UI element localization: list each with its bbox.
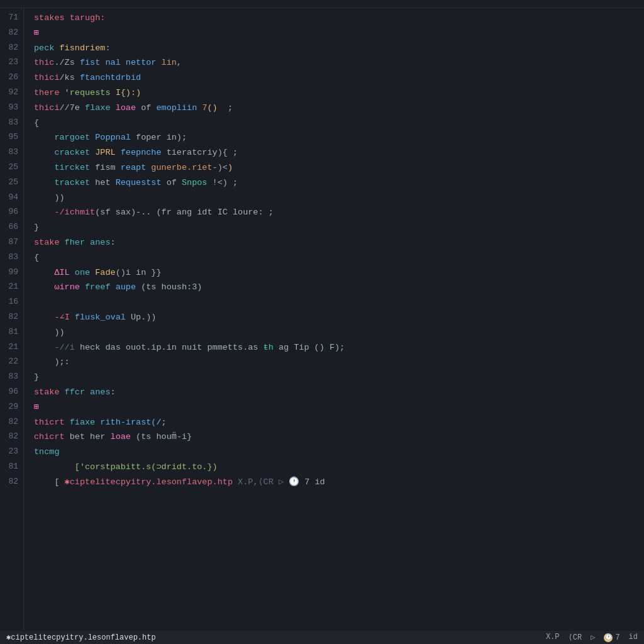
code-segment: bet her — [70, 432, 111, 441]
code-segment: thicrt — [34, 418, 70, 427]
code-segment: /ks — [60, 73, 80, 82]
code-segment: Up.)) — [131, 313, 157, 322]
line-number: 23 — [5, 55, 18, 70]
code-segment: I{):) — [116, 88, 142, 97]
code-segment: Poppnal — [95, 133, 136, 142]
status-file: ✱ciptelitecpyitry.lesonflavep.htp — [6, 633, 156, 642]
code-line: chicrt bet her loae (ts houm̈-i} — [34, 430, 644, 445]
code-line: stake ffcr anes: — [34, 385, 644, 400]
code-segment: stakes tarugh: — [34, 13, 105, 23]
code-line: stakes tarugh: — [34, 11, 644, 26]
line-number: 25 — [5, 175, 18, 191]
code-line: } — [34, 370, 644, 385]
code-segment: ftanchtdrbid — [80, 73, 141, 82]
code-segment: tracket — [34, 178, 95, 187]
code-segment: fiaxe — [70, 418, 101, 427]
code-segment: of — [167, 178, 182, 187]
code-line: ⊞ — [34, 26, 644, 41]
code-line: } — [34, 220, 644, 235]
code-line: { — [34, 116, 644, 131]
code-segment: ['corstpabitt.s(⊃dridt.to.}) — [75, 462, 218, 472]
code-segment: } — [34, 372, 39, 382]
code-line — [34, 295, 644, 310]
status-bar: ✱ciptelitecpyitry.lesonflavep.htp X.P ⟨C… — [0, 630, 644, 644]
code-segment: Fade — [95, 268, 115, 277]
line-number: 25 — [5, 160, 18, 175]
code-segment: /; — [156, 418, 166, 427]
code-segment: (sf sax)-.. (fr ang idt IC loure: ; — [95, 208, 274, 217]
code-line: ΔIL one Fade()i in }} — [34, 265, 644, 280]
code-segment: emopliin — [156, 103, 202, 113]
code-segment: : — [105, 43, 110, 53]
code-line: rargoet Poppnal foper in); — [34, 130, 644, 145]
code-segment — [34, 313, 54, 322]
code-segment — [34, 268, 54, 277]
code-segment: ./Zs — [54, 58, 80, 67]
code-segment: fher anes — [65, 238, 111, 247]
code-segment: stake — [34, 387, 65, 397]
code-line: there 'requests I{):) — [34, 86, 644, 101]
code-segment: -) — [213, 163, 223, 172]
code-segment: -/ichmit — [54, 208, 95, 217]
code-segment: cracket — [34, 148, 95, 157]
clock-icon: 🕐 — [604, 633, 613, 642]
editor-container: 7182822326929383958325259496668783992116… — [0, 0, 644, 644]
code-segment: , — [177, 58, 182, 67]
code-segment: ⊞ — [34, 28, 39, 38]
code-segment: rargoet — [34, 133, 95, 142]
code-segment: foper in — [136, 133, 177, 142]
code-segment: fist nal nettor — [80, 58, 162, 67]
code-segment: ){ ; — [218, 148, 238, 157]
code-segment: ); — [34, 357, 65, 367]
code-segment: Snpos — [182, 178, 213, 187]
line-number: 22 — [5, 355, 18, 370]
code-segment — [34, 343, 54, 352]
status-clock-num: 7 — [615, 633, 619, 642]
code-segment: thic — [34, 58, 54, 67]
code-segment: stake — [34, 238, 65, 247]
code-segment: : — [111, 238, 116, 247]
code-segment: ✱ciptelitecpyitry.lesonflavep.htp — [65, 477, 233, 487]
code-segment: rith-irast( — [100, 418, 156, 427]
code-line: );: — [34, 355, 644, 370]
line-number: 81 — [5, 460, 18, 475]
code-segment: heck das ouot.ip.in nuit pmmetts.as — [80, 343, 264, 352]
line-number: 96 — [5, 205, 18, 220]
code-line: -/ichmit(sf sax)-.. (fr ang idt IC loure… — [34, 205, 644, 220]
code-line: thic./Zs fist nal nettor lin, — [34, 55, 644, 70]
line-number: 29 — [5, 400, 18, 415]
code-segment: !<) ; — [213, 178, 238, 187]
code-segment: flaxe — [85, 103, 116, 113]
code-segment: loae — [116, 103, 142, 113]
code-line: ⊞ — [34, 400, 644, 415]
line-number: 71 — [5, 11, 18, 26]
code-segment: fism — [95, 163, 121, 172]
code-line: )) — [34, 191, 644, 206]
code-segment: } — [34, 223, 39, 232]
code-segment: )) — [34, 328, 65, 337]
line-number: 66 — [5, 220, 18, 235]
code-segment: one — [75, 268, 95, 277]
code-segment: flusk_oval — [75, 313, 131, 322]
code-segment: : — [111, 387, 116, 397]
code-segment: { — [34, 253, 39, 262]
code-segment: 7 — [202, 103, 207, 113]
line-number: 16 — [5, 295, 18, 310]
code-segment: 'requests — [65, 88, 116, 97]
code-line: peck fisndriem: — [34, 41, 644, 56]
code-segment — [34, 208, 54, 217]
code-segment: lin — [162, 58, 177, 67]
line-number: 99 — [5, 265, 18, 280]
line-number: 21 — [5, 340, 18, 355]
code-segment: gunerbe.riet — [151, 163, 212, 172]
status-play[interactable]: ▷ — [591, 633, 595, 642]
code-line: thici//7e flaxe loae of emopliin 7() ; — [34, 101, 644, 116]
code-segment: [ — [34, 477, 65, 487]
status-encoding: X.P — [546, 633, 560, 642]
line-number: 82 — [5, 475, 18, 490]
line-number: 82 — [5, 310, 18, 325]
code-segment: reapt — [121, 163, 152, 172]
line-number: 87 — [5, 235, 18, 250]
code-segment: ΔIL — [54, 268, 74, 277]
code-segment: tncmg — [34, 447, 60, 457]
